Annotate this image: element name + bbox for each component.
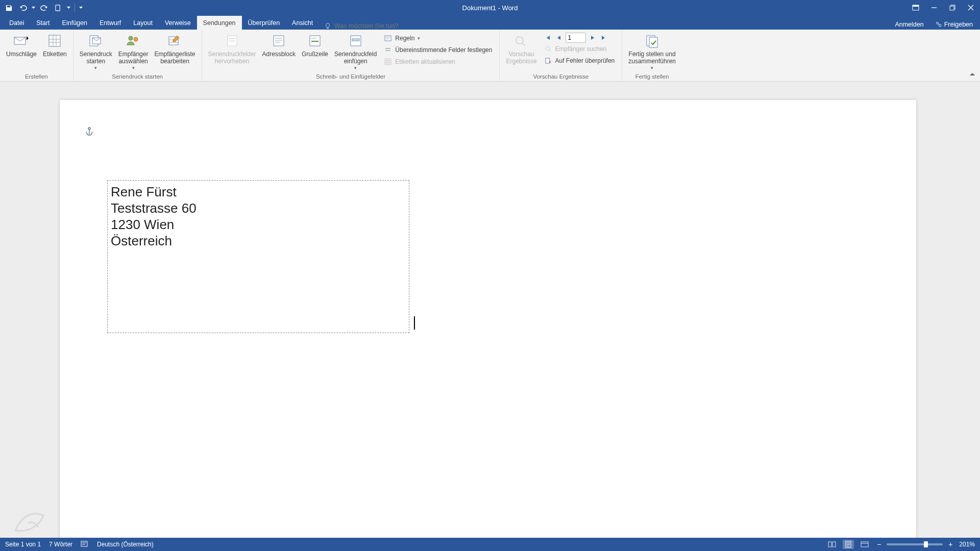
edit-recipients-button[interactable]: Empfängerliste bearbeiten xyxy=(151,31,198,65)
svg-rect-4 xyxy=(950,6,954,10)
address-line-1[interactable]: Rene Fürst xyxy=(111,184,406,200)
address-textbox[interactable]: Rene Fürst Teststrasse 60 1230 Wien Öste… xyxy=(107,180,409,333)
match-fields-button[interactable]: Übereinstimmende Felder festlegen xyxy=(382,44,494,55)
tab-mailings[interactable]: Sendungen xyxy=(197,16,242,30)
touch-icon xyxy=(55,4,62,12)
ribbon-group-finish: Fertig stellen und zusammenführen ▾ Fert… xyxy=(622,30,682,81)
ribbon-display-button[interactable] xyxy=(906,0,925,15)
group-finish-label: Fertig stellen xyxy=(625,72,679,81)
chevron-down-icon: ▾ xyxy=(418,36,420,41)
address-line-2a: Teststrasse xyxy=(111,201,178,217)
zoom-level[interactable]: 201% xyxy=(959,541,975,548)
address-line-4[interactable]: Österreich xyxy=(111,233,406,249)
tab-review[interactable]: Überprüfen xyxy=(242,16,286,30)
tell-me-input[interactable] xyxy=(334,22,421,30)
insert-merge-field-button[interactable]: Seriendruckfeld einfügen ▾ xyxy=(331,31,380,70)
web-layout-button[interactable] xyxy=(859,540,870,549)
check-errors-button[interactable]: Auf Fehler überprüfen xyxy=(542,55,617,66)
rules-button[interactable]: Regeln ▾ xyxy=(382,33,494,43)
edit-recipients-icon xyxy=(167,34,182,48)
chevron-down-icon[interactable] xyxy=(79,5,83,11)
start-mail-merge-button[interactable]: Seriendruck starten ▾ xyxy=(77,31,115,70)
close-button[interactable] xyxy=(962,0,980,15)
touch-mode-button[interactable] xyxy=(53,2,64,13)
tab-insert[interactable]: Einfügen xyxy=(56,16,93,30)
tab-references[interactable]: Verweise xyxy=(159,16,197,30)
address-block-label: Adressblock xyxy=(262,51,296,58)
chevron-down-icon[interactable] xyxy=(32,5,35,11)
preview-results-button: Vorschau Ergebnisse xyxy=(503,31,540,65)
match-fields-label: Übereinstimmende Felder festlegen xyxy=(395,46,492,54)
address-line-3[interactable]: 1230 Wien xyxy=(111,216,406,233)
status-language[interactable]: Deutsch (Österreich) xyxy=(97,541,154,548)
tab-design[interactable]: Entwurf xyxy=(93,16,127,30)
preview-icon xyxy=(513,34,529,47)
zoom-thumb[interactable] xyxy=(924,541,928,547)
next-record-button[interactable] xyxy=(588,33,597,42)
redo-button[interactable] xyxy=(38,2,50,13)
svg-rect-16 xyxy=(229,40,235,42)
restore-button[interactable] xyxy=(943,0,962,15)
quick-access-toolbar xyxy=(0,2,83,13)
group-preview-label: Vorschau Ergebnisse xyxy=(503,72,619,81)
document-workspace[interactable]: Rene Fürst Teststrasse 60 1230 Wien Öste… xyxy=(0,82,980,538)
share-icon xyxy=(935,21,942,28)
greeting-line-button[interactable]: Grußzeile xyxy=(299,31,331,58)
address-line-2b: 60 xyxy=(182,201,197,216)
svg-rect-17 xyxy=(274,36,284,46)
share-label: Freigeben xyxy=(944,21,973,28)
tab-layout[interactable]: Layout xyxy=(127,16,159,30)
status-proofing-icon[interactable] xyxy=(81,540,89,549)
title-bar: Dokument1 - Word xyxy=(0,0,980,15)
first-record-button[interactable] xyxy=(543,33,552,42)
labels-label: Etiketten xyxy=(43,51,67,58)
labels-button[interactable]: Etiketten xyxy=(40,31,70,58)
page[interactable]: Rene Fürst Teststrasse 60 1230 Wien Öste… xyxy=(60,100,916,538)
zoom-in-button[interactable]: + xyxy=(947,541,954,548)
first-record-icon xyxy=(545,35,551,41)
zoom-out-button[interactable]: − xyxy=(875,541,883,548)
prev-record-button[interactable] xyxy=(554,33,564,42)
collapse-ribbon-button[interactable] xyxy=(969,71,976,79)
record-number-input[interactable] xyxy=(566,33,586,43)
status-bar: Seite 1 von 1 7 Wörter Deutsch (Österrei… xyxy=(0,538,980,551)
tab-strip: Datei Start Einfügen Entwurf Layout Verw… xyxy=(0,15,980,30)
status-page[interactable]: Seite 1 von 1 xyxy=(5,541,41,548)
svg-rect-30 xyxy=(832,542,836,547)
share-button[interactable]: Freigeben xyxy=(931,19,977,30)
svg-point-23 xyxy=(516,37,523,44)
ribbon-group-start-merge: Seriendruck starten ▾ Empfänger auswähle… xyxy=(74,30,202,81)
envelopes-button[interactable]: Umschläge xyxy=(3,31,40,58)
highlight-merge-fields-button: Seriendruckfelder hervorheben xyxy=(205,31,259,65)
signin-button[interactable]: Anmelden xyxy=(891,19,927,30)
minimize-button[interactable] xyxy=(925,0,943,15)
zoom-slider[interactable]: − + xyxy=(875,541,954,548)
zoom-track[interactable] xyxy=(887,543,943,545)
read-mode-button[interactable] xyxy=(826,540,838,549)
finish-merge-icon xyxy=(645,34,660,48)
tell-me-search[interactable] xyxy=(319,22,426,30)
chevron-down-icon[interactable] xyxy=(67,5,70,11)
address-block-button[interactable]: Adressblock xyxy=(259,31,299,58)
chevron-down-icon: ▾ xyxy=(354,65,357,70)
recipients-icon xyxy=(126,34,141,48)
address-line-2[interactable]: Teststrasse 60 xyxy=(111,200,406,216)
print-layout-button[interactable] xyxy=(843,540,854,549)
update-labels-label: Etiketten aktualisieren xyxy=(395,58,455,65)
find-recipient-label: Empfänger suchen xyxy=(555,45,607,53)
tab-file[interactable]: Datei xyxy=(3,16,30,30)
select-recipients-button[interactable]: Empfänger auswählen ▾ xyxy=(115,31,152,70)
undo-button[interactable] xyxy=(17,2,29,13)
text-cursor xyxy=(414,316,415,330)
status-words[interactable]: 7 Wörter xyxy=(49,541,72,548)
last-record-button[interactable] xyxy=(599,33,608,42)
tab-home[interactable]: Start xyxy=(30,16,56,30)
svg-rect-21 xyxy=(385,36,391,41)
check-errors-label: Auf Fehler überprüfen xyxy=(555,57,615,64)
finish-merge-button[interactable]: Fertig stellen und zusammenführen ▾ xyxy=(625,31,679,70)
tab-view[interactable]: Ansicht xyxy=(286,16,319,30)
mail-merge-icon xyxy=(88,34,104,48)
save-button[interactable] xyxy=(3,2,14,13)
redo-icon xyxy=(40,4,48,12)
rules-icon xyxy=(384,35,391,42)
